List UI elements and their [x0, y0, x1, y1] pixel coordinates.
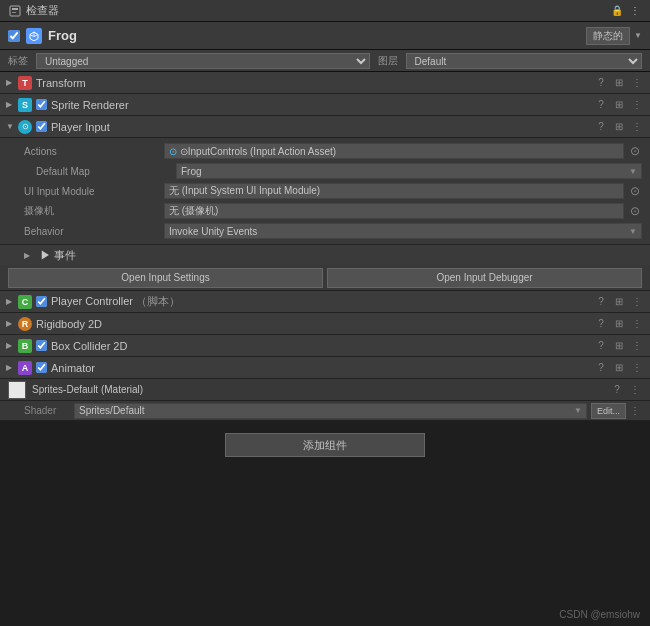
animator-icon: A — [18, 361, 32, 375]
rigidbody2d-name: Rigidbody 2D — [36, 318, 594, 330]
tag-layer-row: 标签 Untagged 图层 Default — [0, 50, 650, 72]
sprite-renderer-layout-btn[interactable]: ⊞ — [612, 98, 626, 112]
player-input-settings-btn[interactable]: ⋮ — [630, 120, 644, 134]
sprite-renderer-settings-btn[interactable]: ⋮ — [630, 98, 644, 112]
object-icon — [26, 28, 42, 44]
default-map-dropdown[interactable]: Frog ▼ — [176, 163, 642, 179]
camera-row: 摄像机 无 (摄像机) ⊙ — [0, 201, 650, 221]
box-collider2d-settings-btn[interactable]: ⋮ — [630, 339, 644, 353]
camera-value-container: 无 (摄像机) ⊙ — [164, 203, 642, 219]
animator-help-btn[interactable]: ? — [594, 361, 608, 375]
camera-dropdown[interactable]: 无 (摄像机) — [164, 203, 624, 219]
player-controller-settings-btn[interactable]: ⋮ — [630, 295, 644, 309]
sprite-renderer-expand-arrow: ▶ — [6, 100, 14, 109]
material-help-btn[interactable]: ? — [610, 383, 624, 397]
animator-actions: ? ⊞ ⋮ — [594, 361, 644, 375]
title-actions: 🔒 ⋮ — [610, 4, 642, 18]
tag-label: 标签 — [8, 54, 28, 68]
transform-settings-btn[interactable]: ⋮ — [630, 76, 644, 90]
layer-select[interactable]: Default — [406, 53, 642, 69]
transform-actions: ? ⊞ ⋮ — [594, 76, 644, 90]
player-input-expand-arrow: ▼ — [6, 122, 14, 131]
transform-layout-btn[interactable]: ⊞ — [612, 76, 626, 90]
events-expand-arrow: ▶ — [24, 251, 32, 260]
transform-help-btn[interactable]: ? — [594, 76, 608, 90]
tag-select[interactable]: Untagged — [36, 53, 370, 69]
sprite-renderer-checkbox[interactable] — [36, 99, 47, 110]
default-map-text: Frog — [181, 166, 202, 177]
object-header: Frog 静态的 ▼ — [0, 22, 650, 50]
animator-settings-btn[interactable]: ⋮ — [630, 361, 644, 375]
animator-checkbox[interactable] — [36, 362, 47, 373]
actions-label: Actions — [24, 146, 164, 157]
player-controller-checkbox[interactable] — [36, 296, 47, 307]
player-controller-layout-btn[interactable]: ⊞ — [612, 295, 626, 309]
player-controller-header[interactable]: ▶ C Player Controller （脚本） ? ⊞ ⋮ — [0, 291, 650, 313]
rigidbody2d-settings-btn[interactable]: ⋮ — [630, 317, 644, 331]
player-input-checkbox[interactable] — [36, 121, 47, 132]
sprite-renderer-name: Sprite Renderer — [51, 99, 594, 111]
ui-input-add-btn[interactable]: ⊙ — [628, 184, 642, 198]
open-settings-btn[interactable]: Open Input Settings — [8, 268, 323, 288]
ui-input-value-container: 无 (Input System UI Input Module) ⊙ — [164, 183, 642, 199]
actions-add-btn[interactable]: ⊙ — [628, 144, 642, 158]
behavior-text: Invoke Unity Events — [169, 226, 257, 237]
player-input-icon: ⊙ — [18, 120, 32, 134]
ui-input-dropdown[interactable]: 无 (Input System UI Input Module) — [164, 183, 624, 199]
svg-rect-2 — [12, 12, 16, 13]
rigidbody2d-help-btn[interactable]: ? — [594, 317, 608, 331]
player-input-help-btn[interactable]: ? — [594, 120, 608, 134]
static-arrow[interactable]: ▼ — [634, 31, 642, 40]
shader-settings-btn[interactable]: ⋮ — [628, 404, 642, 418]
player-input-properties: Actions ⊙ ⊙InputControls (Input Action A… — [0, 138, 650, 245]
material-name: Sprites-Default (Material) — [32, 384, 610, 395]
actions-dropdown[interactable]: ⊙ ⊙InputControls (Input Action Asset) — [164, 143, 624, 159]
sprite-renderer-header[interactable]: ▶ S Sprite Renderer ? ⊞ ⋮ — [0, 94, 650, 116]
camera-add-btn[interactable]: ⊙ — [628, 204, 642, 218]
default-map-value-container: Frog ▼ — [176, 163, 642, 179]
rigidbody2d-icon: R — [18, 317, 32, 331]
svg-rect-0 — [10, 6, 20, 16]
box-collider2d-name: Box Collider 2D — [51, 340, 594, 352]
player-input-header[interactable]: ▼ ⊙ Player Input ? ⊞ ⋮ — [0, 116, 650, 138]
behavior-arrow: ▼ — [629, 227, 637, 236]
title-bar: 检查器 🔒 ⋮ — [0, 0, 650, 22]
events-row[interactable]: ▶ ▶ 事件 — [0, 245, 650, 265]
material-actions: ? ⋮ — [610, 383, 642, 397]
transform-name: Transform — [36, 77, 594, 89]
material-settings-btn[interactable]: ⋮ — [628, 383, 642, 397]
animator-header[interactable]: ▶ A Animator ? ⊞ ⋮ — [0, 357, 650, 379]
box-collider2d-icon: B — [18, 339, 32, 353]
default-map-row: Default Map Frog ▼ — [0, 161, 650, 181]
rigidbody2d-layout-btn[interactable]: ⊞ — [612, 317, 626, 331]
shader-dropdown[interactable]: Sprites/Default ▼ — [74, 403, 587, 419]
box-collider2d-help-btn[interactable]: ? — [594, 339, 608, 353]
animator-layout-btn[interactable]: ⊞ — [612, 361, 626, 375]
transform-header[interactable]: ▶ T Transform ? ⊞ ⋮ — [0, 72, 650, 94]
actions-icon-text: ⊙ — [169, 146, 177, 157]
shader-row: Shader Sprites/Default ▼ Edit... ⋮ — [0, 401, 650, 421]
shader-edit-btn[interactable]: Edit... — [591, 403, 626, 419]
behavior-label: Behavior — [24, 226, 164, 237]
shader-value: Sprites/Default — [79, 405, 145, 416]
player-input-name: Player Input — [51, 121, 594, 133]
box-collider2d-header[interactable]: ▶ B Box Collider 2D ? ⊞ ⋮ — [0, 335, 650, 357]
sprite-renderer-help-btn[interactable]: ? — [594, 98, 608, 112]
more-btn[interactable]: ⋮ — [628, 4, 642, 18]
rigidbody2d-header[interactable]: ▶ R Rigidbody 2D ? ⊞ ⋮ — [0, 313, 650, 335]
box-collider2d-layout-btn[interactable]: ⊞ — [612, 339, 626, 353]
actions-dropdown-text: ⊙ ⊙InputControls (Input Action Asset) — [169, 146, 336, 157]
sprite-renderer-actions: ? ⊞ ⋮ — [594, 98, 644, 112]
player-input-layout-btn[interactable]: ⊞ — [612, 120, 626, 134]
player-controller-icon: C — [18, 295, 32, 309]
object-active-checkbox[interactable] — [8, 30, 20, 42]
open-debugger-btn[interactable]: Open Input Debugger — [327, 268, 642, 288]
behavior-value-container: Invoke Unity Events ▼ — [164, 223, 642, 239]
lock-btn[interactable]: 🔒 — [610, 4, 624, 18]
animator-name: Animator — [51, 362, 594, 374]
box-collider2d-checkbox[interactable] — [36, 340, 47, 351]
player-controller-help-btn[interactable]: ? — [594, 295, 608, 309]
behavior-dropdown[interactable]: Invoke Unity Events ▼ — [164, 223, 642, 239]
add-component-btn[interactable]: 添加组件 — [225, 433, 425, 457]
sprite-renderer-icon: S — [18, 98, 32, 112]
